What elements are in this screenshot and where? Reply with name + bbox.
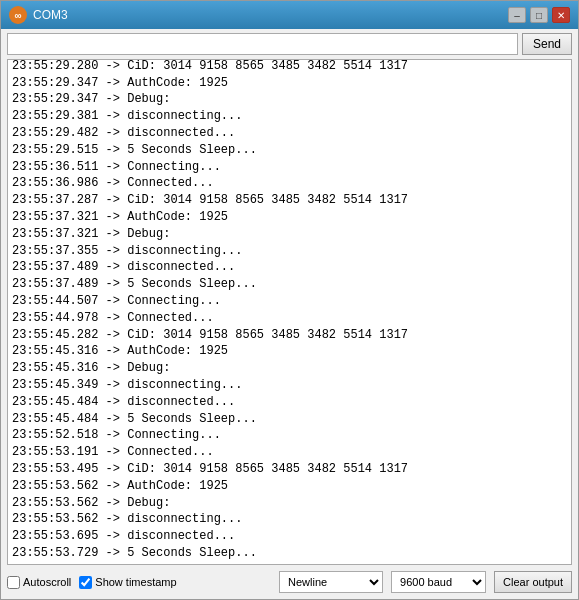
baud-rate-dropdown[interactable]: 300 baud1200 baud2400 baud4800 baud9600 … [391, 571, 486, 593]
show-timestamp-checkbox[interactable] [79, 576, 92, 589]
show-timestamp-text: Show timestamp [95, 576, 176, 588]
window-title: COM3 [33, 8, 68, 22]
arduino-icon: ∞ [9, 6, 27, 24]
input-bar: Send [1, 29, 578, 59]
clear-output-button[interactable]: Clear output [494, 571, 572, 593]
output-line: 23:55:29.482 -> disconnected... [12, 125, 567, 142]
serial-input[interactable] [7, 33, 518, 55]
output-line: 23:55:29.381 -> disconnecting... [12, 108, 567, 125]
output-line: 23:55:44.507 -> Connecting... [12, 293, 567, 310]
newline-dropdown[interactable]: NewlineNo line endingCarriage returnBoth… [279, 571, 383, 593]
autoscroll-text: Autoscroll [23, 576, 71, 588]
title-bar-controls: – □ ✕ [508, 7, 570, 23]
title-bar: ∞ COM3 – □ ✕ [1, 1, 578, 29]
output-line: 23:55:45.316 -> AuthCode: 1925 [12, 343, 567, 360]
output-line: 23:55:53.695 -> disconnected... [12, 528, 567, 545]
output-line: 23:55:29.280 -> CiD: 3014 9158 8565 3485… [12, 59, 567, 75]
output-line: 23:55:37.489 -> 5 Seconds Sleep... [12, 276, 567, 293]
autoscroll-checkbox[interactable] [7, 576, 20, 589]
output-line: 23:55:37.355 -> disconnecting... [12, 243, 567, 260]
minimize-button[interactable]: – [508, 7, 526, 23]
output-line: 23:55:52.518 -> Connecting... [12, 427, 567, 444]
output-line: 23:55:36.511 -> Connecting... [12, 159, 567, 176]
output-line: 23:55:45.484 -> disconnected... [12, 394, 567, 411]
output-line: 23:55:36.986 -> Connected... [12, 175, 567, 192]
title-bar-left: ∞ COM3 [9, 6, 68, 24]
output-line: 23:55:29.347 -> AuthCode: 1925 [12, 75, 567, 92]
close-button[interactable]: ✕ [552, 7, 570, 23]
output-line: 23:55:45.282 -> CiD: 3014 9158 8565 3485… [12, 327, 567, 344]
output-line: 23:55:53.562 -> AuthCode: 1925 [12, 478, 567, 495]
send-button[interactable]: Send [522, 33, 572, 55]
output-line: 23:55:37.489 -> disconnected... [12, 259, 567, 276]
show-timestamp-label[interactable]: Show timestamp [79, 576, 176, 589]
output-line: 23:55:53.562 -> Debug: [12, 495, 567, 512]
output-area[interactable]: 23:55:29.012 -> Connected...23:55:29.280… [7, 59, 572, 565]
output-line: 23:55:37.321 -> Debug: [12, 226, 567, 243]
output-line: 23:55:29.347 -> Debug: [12, 91, 567, 108]
maximize-button[interactable]: □ [530, 7, 548, 23]
output-line: 23:55:53.191 -> Connected... [12, 444, 567, 461]
output-line: 23:55:53.495 -> CiD: 3014 9158 8565 3485… [12, 461, 567, 478]
output-line: 23:55:53.729 -> 5 Seconds Sleep... [12, 545, 567, 562]
output-line: 23:55:53.562 -> disconnecting... [12, 511, 567, 528]
autoscroll-label[interactable]: Autoscroll [7, 576, 71, 589]
bottom-bar: Autoscroll Show timestamp NewlineNo line… [1, 565, 578, 599]
output-line: 23:55:45.349 -> disconnecting... [12, 377, 567, 394]
output-line: 23:55:45.484 -> 5 Seconds Sleep... [12, 411, 567, 428]
output-line: 23:55:37.321 -> AuthCode: 1925 [12, 209, 567, 226]
output-line: 23:55:29.515 -> 5 Seconds Sleep... [12, 142, 567, 159]
output-line: 23:55:45.316 -> Debug: [12, 360, 567, 377]
output-line: 23:55:37.287 -> CiD: 3014 9158 8565 3485… [12, 192, 567, 209]
main-window: ∞ COM3 – □ ✕ Send 23:55:29.012 -> Connec… [0, 0, 579, 600]
output-line: 23:55:44.978 -> Connected... [12, 310, 567, 327]
